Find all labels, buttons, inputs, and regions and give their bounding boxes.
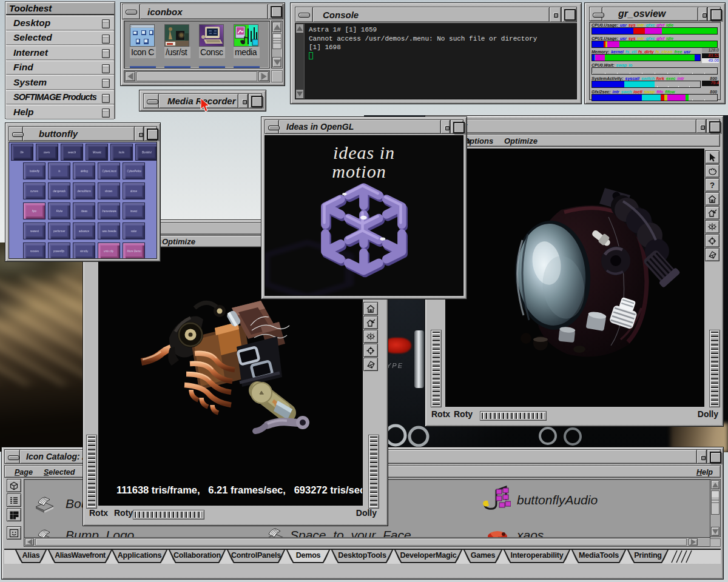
svg-text:111638 tris/frame, 6.21 fram: 111638 tris/frame, 6.21 frames/sec, 6932… [116,484,363,495]
svg-text:?: ? [710,181,715,190]
